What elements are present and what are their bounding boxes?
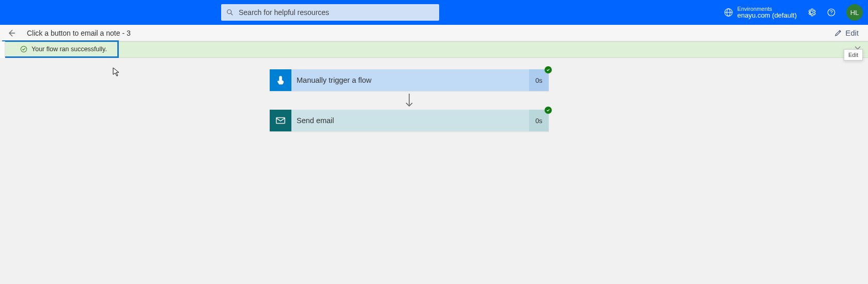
status-badge	[545, 107, 552, 114]
page-title: Click a button to email a note - 3	[27, 29, 131, 37]
help-icon	[827, 8, 836, 17]
environment-value: enayu.com (default)	[737, 12, 797, 19]
svg-point-0	[227, 10, 231, 14]
check-icon	[546, 68, 550, 72]
avatar-initials: HL	[850, 9, 859, 17]
flow-canvas[interactable]: Manually trigger a flow 0s Send email 0s	[0, 58, 868, 284]
flow-step-action[interactable]: Send email 0s	[270, 110, 549, 131]
status-badge	[545, 66, 552, 73]
edit-label: Edit	[845, 28, 859, 37]
flow-step-trigger[interactable]: Manually trigger a flow 0s	[270, 69, 549, 91]
check-icon	[546, 108, 550, 112]
svg-point-6	[831, 14, 831, 14]
step-label: Send email	[291, 110, 529, 131]
success-banner-highlight: Your flow ran successfully.	[2, 40, 119, 58]
step-icon	[270, 110, 291, 131]
edit-button[interactable]: Edit	[834, 28, 859, 37]
check-circle-icon	[20, 46, 27, 53]
edit-tooltip-text: Edit	[848, 52, 858, 58]
pencil-icon	[834, 29, 842, 37]
step-icon	[270, 69, 291, 91]
gear-icon	[807, 8, 816, 17]
top-bar: Search for helpful resources Environment…	[0, 0, 868, 25]
avatar[interactable]: HL	[846, 4, 863, 21]
success-banner-text: Your flow ran successfully.	[32, 46, 107, 53]
flow-steps: Manually trigger a flow 0s Send email 0s	[270, 69, 549, 131]
flow-arrow	[270, 91, 549, 110]
search-input[interactable]: Search for helpful resources	[221, 4, 439, 21]
search-icon	[226, 9, 234, 16]
globe-icon	[724, 8, 733, 17]
arrow-left-icon	[7, 29, 16, 37]
environment-label: Environments	[737, 6, 797, 12]
step-label: Manually trigger a flow	[291, 69, 529, 91]
success-banner: Your flow ran successfully.	[0, 41, 868, 58]
back-button[interactable]	[7, 29, 20, 37]
touch-icon	[275, 74, 286, 86]
edit-tooltip: Edit	[844, 49, 863, 61]
top-right: Environments enayu.com (default) HL	[724, 4, 863, 21]
environment-text: Environments enayu.com (default)	[737, 6, 797, 19]
breadcrumb-bar: Click a button to email a note - 3 Edit	[0, 25, 868, 41]
environment-picker[interactable]: Environments enayu.com (default)	[724, 6, 797, 19]
help-button[interactable]	[827, 8, 836, 17]
search-placeholder: Search for helpful resources	[239, 8, 329, 17]
mail-icon	[275, 115, 286, 126]
arrow-down-icon	[404, 93, 414, 108]
settings-button[interactable]	[807, 8, 816, 17]
svg-line-1	[231, 13, 233, 16]
svg-rect-9	[276, 118, 285, 124]
